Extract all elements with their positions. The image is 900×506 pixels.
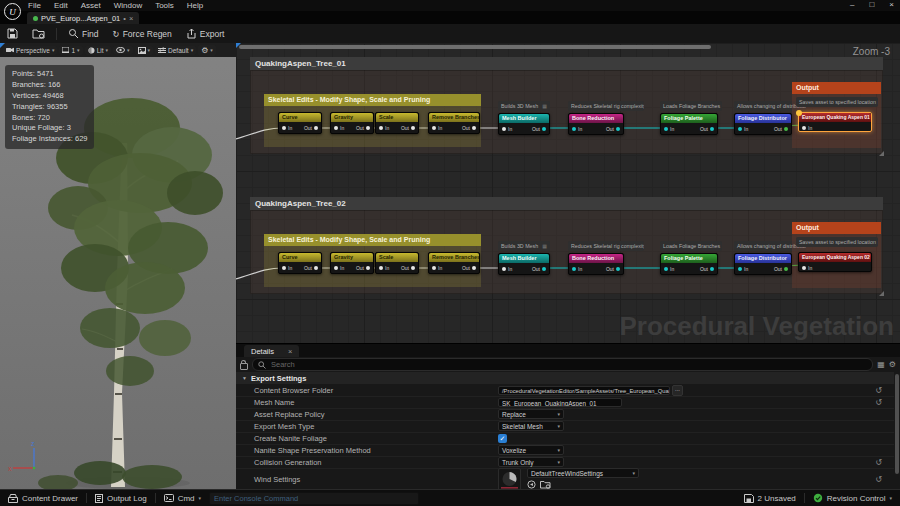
lock-icon[interactable] <box>240 363 248 370</box>
export-button[interactable]: Export <box>179 24 232 43</box>
menu-tools[interactable]: Tools <box>155 1 174 10</box>
node-foliage-palette[interactable]: Foliage Palette InOut <box>660 253 718 275</box>
viewport-screenshot-dropdown[interactable]: ▾ <box>135 46 154 55</box>
viewport-layout-dropdown[interactable]: 1 ▾ <box>59 46 82 55</box>
node-curve[interactable]: Curve InOut <box>278 112 322 134</box>
browse-to-asset-icon[interactable] <box>540 480 551 489</box>
viewport-camera-mode-dropdown[interactable]: Perspective ▾ <box>3 46 57 55</box>
collision-generation-dropdown[interactable]: Trunk Only▾ <box>498 457 564 467</box>
node-foliage-palette[interactable]: Foliage Palette InOut <box>660 113 718 135</box>
unsaved-dot: • <box>123 14 126 23</box>
nanite-shape-method-dropdown[interactable]: Voxelize▾ <box>498 445 564 455</box>
create-nanite-foliage-checkbox[interactable]: ✓ <box>498 434 507 443</box>
viewport-show-flags-dropdown[interactable]: ▾ <box>113 46 133 54</box>
details-tab-close-icon[interactable]: × <box>288 347 292 356</box>
skeletal-edits-comment-title[interactable]: Skeletal Edits - Modify Shape, Scale and… <box>264 94 481 106</box>
output-log-button[interactable]: Output Log <box>87 490 155 506</box>
details-search-box[interactable] <box>252 358 873 371</box>
search-input[interactable] <box>269 359 867 370</box>
comment-frame-title[interactable]: QuakingAspen_Tree_01 <box>250 57 883 70</box>
comment-builds-3d-mesh[interactable]: Builds 3D Mesh▦ <box>498 241 550 251</box>
node-foliage-distributor[interactable]: Foliage Distributor InOut <box>734 253 792 275</box>
force-regen-button[interactable]: ↻ Force Regen <box>106 24 179 43</box>
revision-control-dropdown[interactable]: Revision Control ▾ <box>805 490 900 506</box>
save-button[interactable] <box>0 24 25 43</box>
force-regen-label: Force Regen <box>123 29 172 39</box>
minimize-button[interactable]: – <box>850 0 854 9</box>
node-foliage-distributor[interactable]: Foliage Distributor InOut <box>734 113 792 135</box>
comment-reduces-skeletal[interactable]: Reduces Skeletal rig complexity▦ <box>568 101 644 111</box>
viewport-lit-mode-dropdown[interactable]: Lit ▾ <box>85 46 111 55</box>
frame-resize-handle[interactable] <box>879 291 884 296</box>
comment-saves-asset[interactable]: Saves asset to specified location▦ <box>796 237 878 247</box>
comment-reduces-skeletal[interactable]: Reduces Skeletal rig complexity▦ <box>568 241 644 251</box>
3d-viewport[interactable]: Perspective ▾ 1 ▾ Lit ▾ ▾ <box>0 43 236 490</box>
menu-help[interactable]: Help <box>187 1 203 10</box>
viewport-scalability-dropdown[interactable]: Default ▾ <box>155 46 196 55</box>
browse-folder-ellipsis-button[interactable]: ... <box>672 385 683 396</box>
settings-sliders-icon <box>158 47 166 54</box>
node-graph-panel[interactable]: Zoom -3 Procedural Vegetation QuakingAsp… <box>236 43 900 343</box>
reset-to-default-icon[interactable]: ↺ <box>875 475 882 484</box>
viewport-stats-overlay: Points: 5471 Branches: 166 Vertices: 494… <box>5 65 94 149</box>
node-gravity[interactable]: Gravity InOut <box>330 252 374 274</box>
menu-file[interactable]: File <box>28 1 41 10</box>
reset-to-default-icon[interactable]: ↺ <box>875 458 882 467</box>
comment-saves-asset[interactable]: Saves asset to specified location▦ <box>796 97 878 107</box>
tab-close-icon[interactable]: × <box>129 14 133 23</box>
viewport-settings-dropdown[interactable]: ⚙ ▾ <box>198 45 216 56</box>
browse-to-asset-button[interactable] <box>25 24 52 43</box>
export-mesh-type-dropdown[interactable]: Skeletal Mesh▾ <box>498 421 564 431</box>
display-filter-icon[interactable]: ▦ <box>877 360 885 369</box>
node-mesh-builder[interactable]: Mesh Builder InOut <box>498 253 550 275</box>
menu-asset[interactable]: Asset <box>81 1 101 10</box>
comment-frame-title[interactable]: QuakingAspen_Tree_02 <box>250 197 883 210</box>
node-gravity[interactable]: Gravity InOut <box>330 112 374 134</box>
menu-edit[interactable]: Edit <box>54 1 68 10</box>
menu-window[interactable]: Window <box>114 1 142 10</box>
asset-tab[interactable]: PVE_Europ...Aspen_01 • × <box>27 12 139 24</box>
mesh-name-input[interactable]: SK_European_QuakingAspen_01 <box>498 398 622 407</box>
output-comment-title[interactable]: Output <box>792 82 881 94</box>
comment-builds-3d-mesh[interactable]: Builds 3D Mesh▦ <box>498 101 550 111</box>
node-scale[interactable]: Scale InOut <box>375 252 419 274</box>
node-mesh-builder[interactable]: Mesh Builder InOut <box>498 113 550 135</box>
asset-replace-policy-dropdown[interactable]: Replace▾ <box>498 409 564 419</box>
gear-icon[interactable]: ⚙ <box>889 360 896 369</box>
node-bone-reduction[interactable]: Bone Reduction InOut <box>568 113 624 135</box>
output-comment-title[interactable]: Output <box>792 222 881 234</box>
node-remove-branches[interactable]: Remove Branches InOut <box>428 112 480 134</box>
export-icon <box>186 28 197 39</box>
reset-to-default-icon[interactable]: ↺ <box>875 386 882 395</box>
content-browser-folder-input[interactable]: /ProceduralVegetationEditor/SampleAssets… <box>498 386 670 395</box>
details-tab[interactable]: Details × <box>244 345 299 357</box>
graph-horizontal-scrollbar[interactable] <box>239 45 711 49</box>
node-output-aspen-01[interactable]: European Quaking Aspen 01 In <box>798 112 872 132</box>
details-scrollbar[interactable] <box>895 374 899 474</box>
node-bone-reduction[interactable]: Bone Reduction InOut <box>568 253 624 275</box>
wind-settings-dropdown[interactable]: DefaultTreeWindSettings▾ <box>527 468 639 478</box>
find-button[interactable]: Find <box>61 24 106 43</box>
content-drawer-button[interactable]: Content Drawer <box>0 490 86 506</box>
frame-resize-handle[interactable] <box>879 151 884 156</box>
reset-to-default-icon[interactable]: ↺ <box>875 398 882 407</box>
lit-sphere-icon <box>88 47 95 54</box>
close-window-button[interactable]: × <box>889 0 894 9</box>
use-selected-asset-icon[interactable] <box>527 480 536 489</box>
console-command-input[interactable] <box>209 492 419 505</box>
stat-points: Points: 5471 <box>12 69 87 80</box>
node-curve[interactable]: Curve InOut <box>278 252 322 274</box>
node-remove-branches[interactable]: Remove Branches InOut <box>428 252 480 274</box>
unsaved-assets-button[interactable]: 2 Unsaved <box>736 490 804 506</box>
node-scale[interactable]: Scale InOut <box>375 112 419 134</box>
node-output-aspen-02[interactable]: European Quaking Aspen 02 In <box>798 252 872 272</box>
maximize-button[interactable]: □ <box>869 0 874 9</box>
viewport-focus-corner <box>0 43 5 48</box>
cmd-label: Cmd <box>178 494 195 503</box>
export-settings-section-header[interactable]: ▼ Export Settings <box>236 372 894 384</box>
skeletal-edits-comment-title[interactable]: Skeletal Edits - Modify Shape, Scale and… <box>264 234 481 246</box>
comment-loads-foliage[interactable]: Loads Foliage Branches▦ <box>660 241 722 251</box>
wind-settings-thumbnail[interactable] <box>498 468 521 491</box>
comment-loads-foliage[interactable]: Loads Foliage Branches▦ <box>660 101 722 111</box>
cmd-dropdown[interactable]: Cmd ▾ <box>156 490 209 506</box>
